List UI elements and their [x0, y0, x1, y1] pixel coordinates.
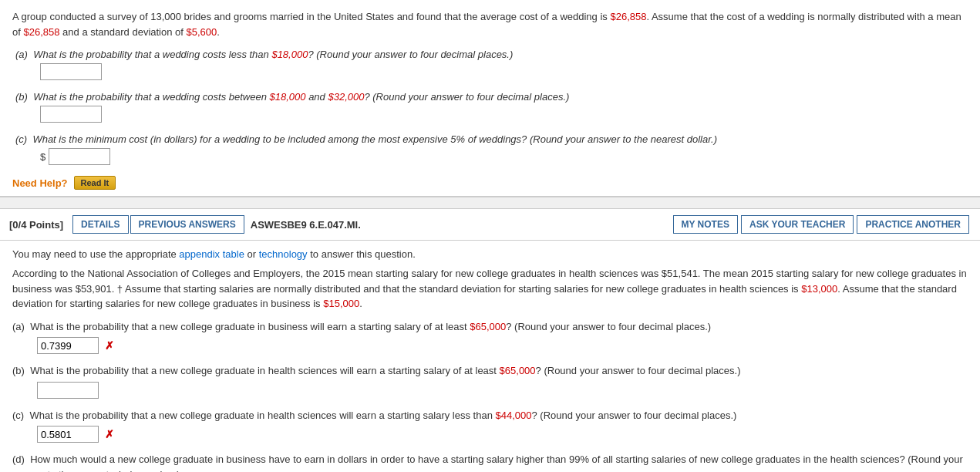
top-q-a-highlight: $18,000 [271, 49, 308, 60]
top-q-a-text-part1: What is the probability that a wedding c… [33, 49, 271, 60]
top-amount2: $26,858 [23, 26, 59, 38]
top-q-b-and: and [306, 91, 328, 103]
bottom-q-a-part2: ? (Round your answer to four decimal pla… [506, 321, 711, 332]
bottom-highlight2: $15,000 [323, 298, 359, 309]
top-desc-part1: A group conducted a survey of 13,000 bri… [12, 11, 610, 22]
note-part1: You may need to use the appropriate [12, 248, 179, 260]
bottom-q-c-highlight: $44,000 [496, 410, 532, 421]
bottom-question-d: (d) How much would a new college graduat… [12, 452, 968, 472]
previous-answers-button[interactable]: PREVIOUS ANSWERS [130, 215, 244, 234]
top-amount1: $26,858 [610, 11, 646, 22]
section-divider [0, 197, 980, 209]
top-q-b-input[interactable] [40, 106, 102, 123]
top-question-a: (a) What is the probability that a weddi… [12, 49, 968, 80]
bottom-q-a-letter: (a) [12, 321, 30, 332]
bottom-q-a-highlight: $65,000 [470, 321, 506, 332]
top-q-a-label: (a) What is the probability that a weddi… [15, 49, 968, 60]
bottom-q-a-part1: What is the probability that a new colle… [30, 321, 470, 332]
top-q-b-highlight2: $32,000 [328, 91, 364, 103]
ask-teacher-button[interactable]: ASK YOUR TEACHER [741, 215, 854, 234]
bottom-content: You may need to use the appropriate appe… [0, 241, 980, 472]
bottom-problem-desc: According to the National Association of… [12, 266, 968, 312]
top-q-b-text-part1: What is the probability that a wedding c… [33, 91, 269, 103]
top-amount3: $5,600 [187, 26, 217, 38]
top-question-b: (b) What is the probability that a weddi… [12, 91, 968, 123]
top-q-b-highlight1: $18,000 [270, 91, 306, 103]
need-help-row: Need Help? Read It [12, 176, 968, 190]
bottom-q-c-part1: What is the probability that a new colle… [29, 410, 495, 421]
bottom-q-c-wrong-icon: ✗ [105, 428, 114, 440]
top-q-c-letter: (c) [15, 133, 32, 145]
bottom-q-a-answer: ✗ [37, 337, 968, 354]
bottom-q-d-text: (d) How much would a new college graduat… [12, 452, 968, 472]
bottom-q-b-part1: What is the probability that a new colle… [30, 365, 499, 376]
page-container: A group conducted a survey of 13,000 bri… [0, 0, 980, 472]
problem-id: ASWESBE9 6.E.047.MI. [251, 219, 361, 231]
top-q-c-input[interactable] [49, 148, 110, 165]
bottom-q-b-part2: ? (Round your answer to four decimal pla… [536, 365, 741, 376]
top-q-a-text-part2: ? (Round your answer to four decimal pla… [308, 49, 513, 60]
need-help-label: Need Help? [12, 177, 68, 189]
top-q-a-answer-row [40, 63, 968, 80]
points-label: [0/4 Points] [9, 219, 63, 231]
bottom-q-c-letter: (c) [12, 410, 29, 421]
bottom-question-a: (a) What is the probability that a new c… [12, 319, 968, 355]
bottom-q-c-text: (c) What is the probability that a new c… [12, 408, 968, 423]
bottom-q-a-input[interactable] [37, 337, 99, 354]
bottom-q-b-input[interactable] [37, 382, 99, 399]
top-q-b-label: (b) What is the probability that a weddi… [15, 91, 968, 103]
bottom-toolbar: [0/4 Points] DETAILS PREVIOUS ANSWERS AS… [0, 209, 980, 241]
note-text: You may need to use the appropriate appe… [12, 248, 968, 260]
bottom-desc-part3: . [359, 298, 362, 309]
bottom-q-c-answer: ✗ [37, 426, 968, 443]
bottom-q-b-letter: (b) [12, 365, 30, 376]
top-q-b-letter: (b) [15, 91, 33, 103]
practice-another-button[interactable]: PRACTICE ANOTHER [857, 215, 969, 234]
bottom-q-d-letter: (d) [12, 453, 30, 465]
details-button[interactable]: DETAILS [72, 215, 128, 234]
appendix-table-link[interactable]: appendix table [179, 248, 244, 260]
bottom-q-c-part2: ? (Round your answer to four decimal pla… [532, 410, 737, 421]
top-desc-part4: . [217, 26, 220, 38]
bottom-q-a-text: (a) What is the probability that a new c… [12, 319, 968, 335]
bottom-q-c-input[interactable] [37, 426, 99, 443]
note-part3: to answer this question. [308, 248, 416, 260]
top-q-b-answer-row [40, 106, 968, 123]
bottom-q-b-highlight: $65,000 [500, 365, 536, 376]
top-q-c-label: (c) What is the minimum cost (in dollars… [15, 133, 968, 145]
note-part2: or [244, 248, 259, 260]
bottom-q-b-answer [37, 382, 968, 399]
top-section: A group conducted a survey of 13,000 bri… [0, 0, 980, 197]
top-desc-part3: and a standard deviation of [59, 26, 186, 38]
technology-link[interactable]: technology [259, 248, 308, 260]
bottom-question-c: (c) What is the probability that a new c… [12, 408, 968, 443]
top-problem-text: A group conducted a survey of 13,000 bri… [12, 9, 968, 39]
top-q-b-text-part2: ? (Round your answer to four decimal pla… [364, 91, 569, 103]
read-it-button[interactable]: Read It [74, 176, 116, 190]
bottom-q-d-part1: How much would a new college graduate in… [12, 453, 963, 472]
bottom-q-b-text: (b) What is the probability that a new c… [12, 363, 968, 379]
top-q-c-answer-row: $ [40, 148, 968, 165]
bottom-question-b: (b) What is the probability that a new c… [12, 363, 968, 399]
bottom-q-a-wrong-icon: ✗ [105, 339, 114, 352]
top-q-c-text: What is the minimum cost (in dollars) fo… [32, 133, 717, 145]
bottom-highlight1: $13,000 [801, 283, 837, 295]
top-q-c-dollar: $ [40, 151, 45, 163]
toolbar-right: MY NOTES ASK YOUR TEACHER PRACTICE ANOTH… [673, 215, 972, 234]
top-question-c: (c) What is the minimum cost (in dollars… [12, 133, 968, 165]
bottom-section: [0/4 Points] DETAILS PREVIOUS ANSWERS AS… [0, 209, 980, 472]
top-q-a-letter: (a) [15, 49, 33, 60]
my-notes-button[interactable]: MY NOTES [673, 215, 738, 234]
top-q-a-input[interactable] [40, 63, 102, 80]
